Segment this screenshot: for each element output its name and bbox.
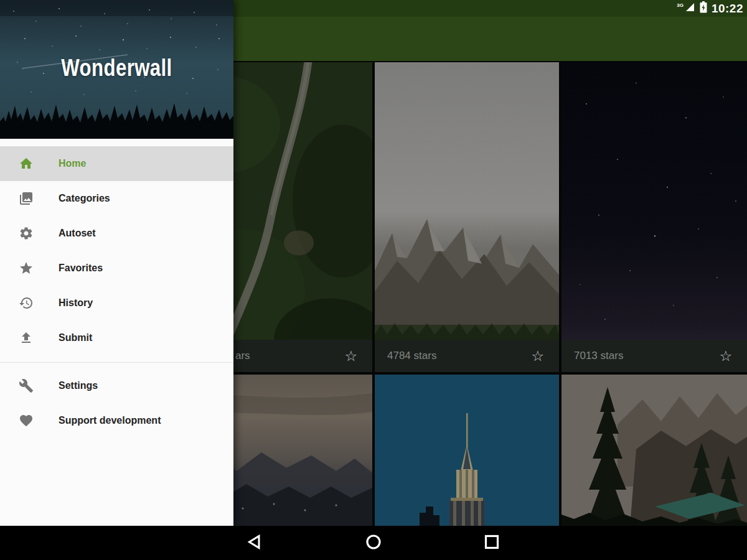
gear-icon — [19, 226, 34, 241]
wallpaper-tile[interactable] — [375, 375, 559, 526]
empire-state-building-image — [375, 375, 559, 526]
wallpaper-tile[interactable]: 7013 stars ☆ — [561, 62, 747, 372]
menu-item-history[interactable]: History — [0, 286, 233, 320]
back-icon[interactable] — [247, 534, 263, 553]
upload-icon — [19, 330, 34, 345]
menu-item-label: Settings — [59, 380, 98, 391]
navigation-drawer: Wonderwall Home Categories — [0, 0, 233, 526]
app-title: Wonderwall — [21, 55, 213, 82]
heart-icon — [19, 413, 34, 428]
network-type-label: 3G — [677, 2, 684, 8]
wallpaper-tile[interactable] — [561, 375, 747, 526]
favorite-star-icon[interactable]: ☆ — [719, 349, 747, 363]
menu-item-label: Categories — [59, 193, 110, 204]
mountain-cabin-image — [561, 375, 747, 526]
drawer-menu: Home Categories Autoset — [0, 146, 233, 438]
menu-item-label: Home — [59, 158, 86, 169]
home-icon — [19, 156, 34, 171]
signal-icon — [685, 2, 695, 15]
menu-item-autoset[interactable]: Autoset — [0, 216, 233, 251]
menu-item-favorites[interactable]: Favorites — [0, 251, 233, 286]
wallpaper-caption-bar: 4784 stars ☆ — [375, 340, 559, 372]
menu-item-home[interactable]: Home — [0, 146, 233, 181]
menu-item-label: Favorites — [59, 263, 103, 274]
home-circle-icon[interactable] — [365, 534, 382, 553]
drawer-header: Wonderwall — [0, 0, 233, 139]
night-sky-image — [561, 62, 747, 372]
history-icon — [19, 296, 34, 310]
menu-item-label: History — [59, 297, 93, 309]
wrench-icon — [19, 378, 34, 393]
status-clock: 10:22 — [712, 2, 743, 16]
battery-charging-icon — [700, 1, 707, 16]
categories-icon — [19, 191, 34, 206]
recents-icon[interactable] — [484, 534, 500, 553]
star-icon — [19, 261, 34, 276]
wallpaper-caption-bar: 7013 stars ☆ — [561, 340, 747, 372]
menu-item-label: Submit — [59, 332, 92, 343]
favorite-star-icon[interactable]: ☆ — [531, 349, 559, 363]
favorite-star-icon[interactable]: ☆ — [344, 349, 372, 363]
menu-item-settings[interactable]: Settings — [0, 368, 233, 403]
menu-item-label: Autoset — [59, 228, 96, 239]
mountain-lake-image — [375, 62, 559, 372]
menu-item-support-development[interactable]: Support development — [0, 403, 233, 438]
menu-item-submit[interactable]: Submit — [0, 320, 233, 355]
menu-item-label: Support development — [59, 415, 161, 426]
app-screen: 3G 10:22 — [0, 0, 747, 560]
menu-item-categories[interactable]: Categories — [0, 181, 233, 216]
stars-count-label: 4784 stars — [375, 350, 436, 362]
menu-divider — [0, 362, 233, 363]
stars-count-label: 7013 stars — [561, 350, 623, 362]
wallpaper-tile[interactable]: 4784 stars ☆ — [375, 62, 559, 372]
system-nav-bar — [0, 526, 747, 560]
